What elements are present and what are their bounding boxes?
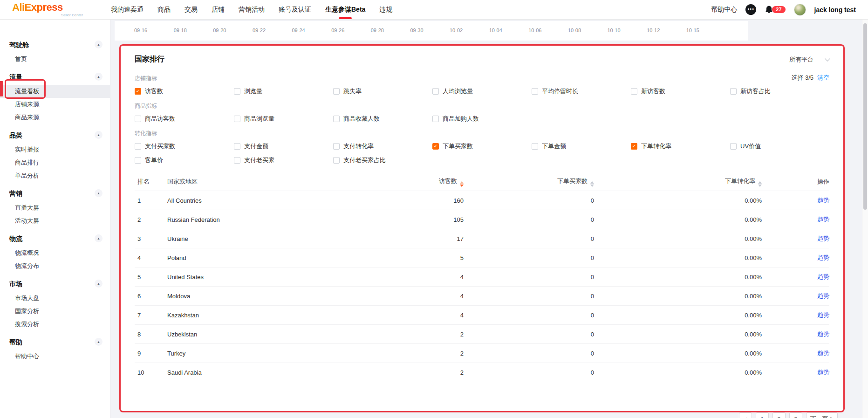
nav-item-0[interactable]: 我的速卖通	[111, 6, 144, 14]
metric-option-2-7[interactable]: ✓客单价	[135, 156, 234, 164]
checkbox-icon[interactable]: ✓	[730, 143, 737, 150]
scrollbar-thumb[interactable]	[863, 23, 867, 210]
metric-option-2-5[interactable]: ✓下单转化率	[631, 142, 730, 151]
collapse-arrow-icon[interactable]: ▲	[95, 131, 103, 139]
collapse-arrow-icon[interactable]: ▲	[95, 41, 103, 48]
pagination-page-1[interactable]: 1	[756, 412, 769, 418]
avatar[interactable]	[794, 4, 806, 16]
metric-option-1-0[interactable]: ✓商品访客数	[135, 115, 234, 123]
sidebar-item-5-1[interactable]: 国家分析	[0, 305, 110, 318]
sort-icon[interactable]	[590, 181, 594, 187]
trend-link[interactable]: 趋势	[817, 197, 829, 204]
sidebar-item-2-2[interactable]: 单品分析	[0, 169, 110, 182]
nav-item-3[interactable]: 店铺	[212, 6, 225, 14]
sidebar-group-header-3[interactable]: 营销▲	[0, 185, 110, 201]
nav-item-7[interactable]: 违规	[379, 6, 392, 14]
checkbox-icon[interactable]: ✓	[234, 88, 240, 95]
metric-option-2-8[interactable]: ✓支付老买家	[234, 156, 333, 164]
metric-option-0-6[interactable]: ✓新访客占比	[730, 87, 829, 96]
platform-filter-select[interactable]: 所有平台	[789, 55, 829, 64]
metric-option-1-2[interactable]: ✓商品收藏人数	[333, 115, 432, 123]
pagination-next-button[interactable]: 下一页 >	[806, 412, 838, 418]
sidebar-item-1-1[interactable]: 店铺来源	[0, 98, 110, 111]
trend-link[interactable]: 趋势	[817, 273, 829, 280]
sidebar-item-3-1[interactable]: 活动大屏	[0, 214, 110, 227]
pagination-page-2[interactable]: 2	[772, 412, 786, 418]
sidebar-group-header-0[interactable]: 驾驶舱▲	[0, 36, 110, 53]
sidebar-item-6-0[interactable]: 帮助中心	[0, 350, 110, 363]
clear-selection-link[interactable]: 清空	[817, 74, 829, 82]
checkbox-icon[interactable]: ✓	[631, 88, 637, 95]
sidebar-item-1-2[interactable]: 商品来源	[0, 111, 110, 124]
sidebar-item-1-0[interactable]: 流量看板	[0, 85, 110, 98]
sidebar-item-0-0[interactable]: 首页	[0, 53, 110, 66]
sidebar-group-header-6[interactable]: 帮助▲	[0, 334, 110, 350]
metric-option-2-1[interactable]: ✓支付金额	[234, 142, 333, 151]
trend-link[interactable]: 趋势	[817, 311, 829, 318]
checkbox-checked-icon[interactable]: ✓	[631, 143, 637, 150]
sidebar-group-header-2[interactable]: 品类▲	[0, 127, 110, 143]
sidebar-item-2-0[interactable]: 实时播报	[0, 143, 110, 156]
notifications-button[interactable]: 27	[765, 5, 785, 14]
checkbox-icon[interactable]: ✓	[333, 88, 340, 95]
nav-item-1[interactable]: 商品	[157, 6, 171, 14]
metric-option-2-2[interactable]: ✓支付转化率	[333, 142, 432, 151]
checkbox-icon[interactable]: ✓	[333, 157, 340, 164]
trend-link[interactable]: 趋势	[817, 235, 829, 242]
checkbox-icon[interactable]: ✓	[730, 88, 737, 95]
column-header-3[interactable]: 下单买家数	[464, 177, 594, 187]
trend-link[interactable]: 趋势	[817, 292, 829, 299]
trend-link[interactable]: 趋势	[817, 349, 829, 356]
checkbox-icon[interactable]: ✓	[135, 116, 141, 122]
trend-link[interactable]: 趋势	[817, 254, 829, 261]
help-center-link[interactable]: 帮助中心	[711, 6, 737, 14]
checkbox-checked-icon[interactable]: ✓	[135, 88, 141, 95]
aliexpress-logo[interactable]: AliExpress Seller Center	[12, 2, 87, 17]
sidebar-item-5-0[interactable]: 市场大盘	[0, 292, 110, 305]
metric-option-0-4[interactable]: ✓平均停留时长	[532, 87, 631, 96]
chat-icon[interactable]: •••	[745, 4, 756, 15]
pagination-page-3[interactable]: 3	[789, 412, 802, 418]
metric-option-0-2[interactable]: ✓跳失率	[333, 87, 432, 96]
metric-option-0-0[interactable]: ✓访客数	[135, 87, 234, 96]
column-header-2[interactable]: 访客数	[333, 177, 464, 187]
sidebar-item-3-0[interactable]: 直播大屏	[0, 201, 110, 214]
metric-option-2-4[interactable]: ✓下单金额	[532, 142, 631, 151]
sidebar-group-header-5[interactable]: 市场▲	[0, 275, 110, 292]
sidebar-item-4-1[interactable]: 物流分布	[0, 260, 110, 273]
collapse-arrow-icon[interactable]: ▲	[95, 338, 103, 346]
collapse-arrow-icon[interactable]: ▲	[95, 189, 103, 197]
nav-item-4[interactable]: 营销活动	[239, 6, 265, 14]
sidebar-group-header-4[interactable]: 物流▲	[0, 230, 110, 247]
checkbox-icon[interactable]: ✓	[234, 157, 240, 164]
sidebar-item-2-1[interactable]: 商品排行	[0, 156, 110, 169]
metric-option-2-3[interactable]: ✓下单买家数	[432, 142, 532, 151]
checkbox-icon[interactable]: ✓	[532, 143, 538, 150]
sidebar-item-4-0[interactable]: 物流概况	[0, 247, 110, 260]
trend-link[interactable]: 趋势	[817, 216, 829, 223]
sort-icon[interactable]	[758, 181, 762, 187]
collapse-arrow-icon[interactable]: ▲	[95, 234, 103, 242]
column-header-4[interactable]: 下单转化率	[594, 177, 762, 187]
collapse-arrow-icon[interactable]: ▲	[95, 280, 103, 288]
metric-option-2-0[interactable]: ✓支付买家数	[135, 142, 234, 151]
metric-option-2-9[interactable]: ✓支付老买家占比	[333, 156, 432, 164]
sort-icon[interactable]	[460, 181, 464, 187]
checkbox-icon[interactable]: ✓	[432, 88, 439, 95]
collapse-arrow-icon[interactable]: ▲	[95, 73, 103, 81]
metric-option-1-3[interactable]: ✓商品加购人数	[432, 115, 532, 123]
sidebar-item-5-2[interactable]: 搜索分析	[0, 318, 110, 331]
trend-link[interactable]: 趋势	[817, 369, 829, 376]
nav-item-2[interactable]: 交易	[185, 6, 198, 14]
metric-option-1-1[interactable]: ✓商品浏览量	[234, 115, 333, 123]
checkbox-icon[interactable]: ✓	[135, 157, 141, 164]
sidebar-group-header-1[interactable]: 流量▲	[0, 69, 110, 85]
checkbox-icon[interactable]: ✓	[234, 143, 240, 150]
nav-item-5[interactable]: 账号及认证	[279, 6, 311, 14]
metric-option-0-3[interactable]: ✓人均浏览量	[432, 87, 532, 96]
trend-link[interactable]: 趋势	[817, 330, 829, 337]
checkbox-icon[interactable]: ✓	[234, 116, 240, 122]
checkbox-checked-icon[interactable]: ✓	[432, 143, 439, 150]
pagination-prev-button[interactable]: <	[739, 412, 752, 418]
nav-item-6[interactable]: 生意参谋Beta	[325, 6, 365, 14]
